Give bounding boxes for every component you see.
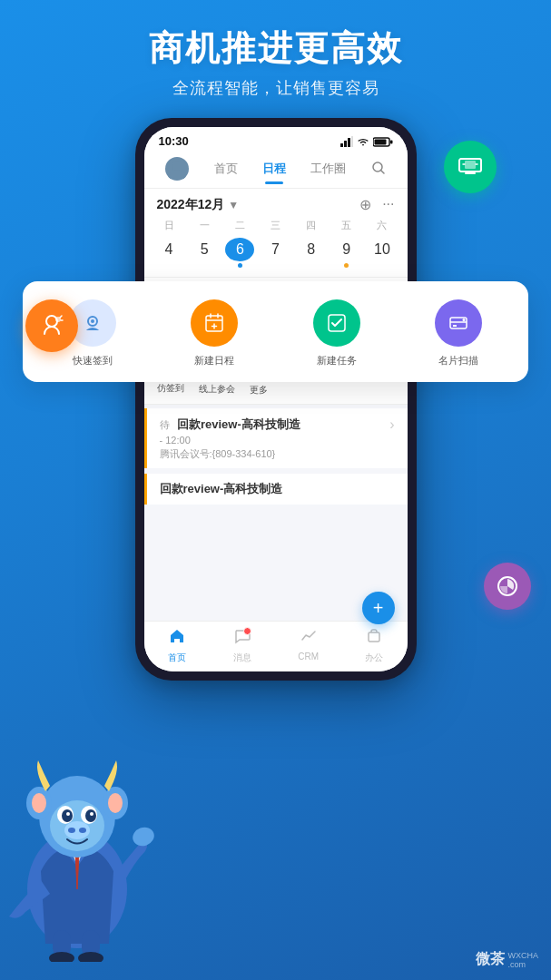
- phone-frame: 10:30: [135, 118, 417, 681]
- avatar[interactable]: [165, 157, 189, 181]
- date-8[interactable]: 8: [293, 238, 329, 268]
- svg-point-37: [108, 793, 123, 813]
- event-card-2[interactable]: 回款review-高科技制造: [144, 474, 408, 505]
- svg-point-30: [462, 318, 465, 321]
- date-6-today[interactable]: 6: [222, 238, 258, 268]
- phone-mockup: 10:30: [135, 118, 417, 681]
- bottom-nav-home[interactable]: 首页: [144, 627, 211, 664]
- hero-title: 商机推进更高效: [0, 25, 551, 72]
- wifi-icon: [357, 136, 369, 147]
- watermark: 微茶 WXCHA .com: [476, 950, 539, 969]
- meeting-label: 线上参会: [199, 383, 235, 396]
- svg-point-41: [62, 809, 73, 822]
- bottom-navigation: 首页 消息 CRM: [144, 621, 408, 671]
- date-4[interactable]: 4: [152, 238, 187, 268]
- svg-rect-5: [340, 143, 343, 147]
- bottom-nav-office[interactable]: 办公: [341, 627, 408, 664]
- day-tue: 二: [222, 219, 258, 232]
- svg-rect-10: [374, 139, 386, 144]
- status-bar: 10:30: [144, 127, 408, 152]
- quick-new-schedule-label: 新建日程: [194, 354, 234, 368]
- fab-add-button[interactable]: +: [362, 592, 395, 624]
- quick-action-card-scan[interactable]: 名片扫描: [435, 299, 482, 368]
- event-tag: 待: [160, 419, 170, 430]
- event-dot: [344, 263, 349, 268]
- event-card-1[interactable]: 待 回款review-高科技制造 › - 12:00 腾讯会议号:{809-33…: [144, 408, 408, 468]
- float-green-icon: [444, 141, 497, 193]
- nav-tabs: 首页 日程 工作圈: [144, 152, 408, 189]
- quick-action-new-schedule[interactable]: 新建日程: [191, 299, 238, 368]
- svg-point-0: [46, 316, 57, 327]
- day-wed: 三: [258, 219, 293, 232]
- day-sat: 六: [364, 219, 399, 232]
- svg-line-14: [380, 170, 384, 173]
- quick-new-task-label: 新建任务: [317, 354, 357, 368]
- week-header: 日 一 二 三 四 五 六: [144, 217, 408, 234]
- date-9[interactable]: 9: [329, 238, 364, 268]
- office-icon: [365, 627, 383, 650]
- svg-rect-6: [344, 141, 347, 147]
- search-icon[interactable]: [371, 161, 386, 178]
- more-options-button[interactable]: ···: [382, 196, 394, 213]
- svg-point-36: [32, 793, 46, 813]
- date-5[interactable]: 5: [187, 238, 222, 268]
- svg-point-46: [68, 828, 75, 833]
- svg-rect-11: [390, 140, 393, 143]
- quick-card-scan-label: 名片扫描: [438, 354, 478, 368]
- mascot: [0, 708, 172, 962]
- event-expand-icon[interactable]: ›: [389, 416, 394, 433]
- svg-rect-8: [351, 136, 353, 147]
- battery-icon: [373, 136, 393, 147]
- bottom-nav-messages[interactable]: 消息: [210, 627, 276, 664]
- event-title-1: 回款review-高科技制造: [177, 417, 300, 431]
- svg-point-43: [66, 812, 70, 816]
- checkin-label: 仿签到: [157, 382, 184, 395]
- svg-point-48: [130, 824, 156, 848]
- svg-point-44: [90, 812, 93, 816]
- float-orange-icon: [25, 299, 78, 352]
- quick-checkin-label: 快速签到: [73, 354, 113, 368]
- svg-rect-29: [453, 325, 457, 327]
- event-row-2: 回款review-高科技制造: [160, 481, 395, 497]
- message-icon: [233, 627, 251, 650]
- svg-rect-3: [465, 161, 476, 169]
- status-time: 10:30: [159, 134, 189, 148]
- quick-action-new-task[interactable]: 新建任务: [313, 299, 360, 368]
- date-7[interactable]: 7: [258, 238, 293, 268]
- today-dot: [238, 263, 242, 268]
- signal-icon: [340, 136, 353, 147]
- day-sun: 日: [152, 219, 187, 232]
- svg-rect-7: [348, 138, 350, 147]
- svg-rect-17: [369, 632, 379, 642]
- day-fri: 五: [329, 219, 364, 232]
- float-purple-icon: [484, 563, 531, 610]
- watermark-main: 微茶: [476, 950, 505, 969]
- bottom-home-label: 首页: [168, 652, 186, 664]
- svg-point-51: [49, 952, 74, 962]
- calendar-dates: 4 5 6 7 8 9: [144, 234, 408, 278]
- day-mon: 一: [187, 219, 222, 232]
- svg-point-19: [91, 319, 94, 323]
- card-scan-icon: [435, 299, 482, 347]
- chevron-down-icon[interactable]: ▼: [228, 199, 239, 211]
- event-title-2: 回款review-高科技制造: [160, 481, 283, 497]
- new-task-icon: [313, 299, 360, 347]
- event-time-1: - 12:00: [160, 435, 395, 446]
- date-10[interactable]: 10: [364, 238, 399, 268]
- calendar-actions: ⊕ ···: [359, 196, 394, 213]
- event-meeting-id-1: 腾讯会议号:{809-334-610}: [160, 447, 395, 461]
- home-icon: [168, 627, 186, 650]
- new-schedule-icon: [191, 299, 238, 347]
- tab-schedule[interactable]: 日程: [262, 161, 286, 177]
- tab-work[interactable]: 工作圈: [310, 161, 346, 177]
- add-event-button[interactable]: ⊕: [359, 196, 371, 213]
- more-label: 更多: [250, 384, 268, 397]
- bottom-nav-crm[interactable]: CRM: [276, 627, 342, 664]
- tab-home[interactable]: 首页: [214, 161, 238, 177]
- hero-section: 商机推进更高效 全流程智能，让销售更容易: [0, 25, 551, 99]
- bottom-office-label: 办公: [365, 652, 383, 664]
- quick-actions-card: 快速签到 新建日程 新建任务: [23, 281, 528, 382]
- calendar-month: 2022年12月: [157, 197, 225, 213]
- watermark-domain: .com: [508, 960, 539, 969]
- svg-point-47: [79, 828, 86, 833]
